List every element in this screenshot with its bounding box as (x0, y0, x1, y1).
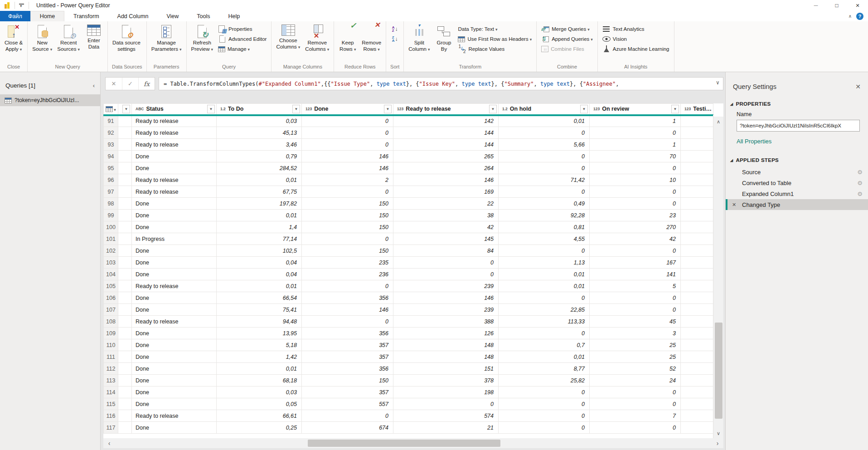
value-cell[interactable]: 0 (302, 233, 393, 245)
value-cell[interactable]: 0,01 (499, 351, 590, 363)
status-cell[interactable]: Done (132, 210, 217, 221)
value-cell[interactable]: 4,55 (499, 233, 590, 245)
value-cell[interactable]: 265 (393, 151, 499, 162)
value-cell[interactable]: 3 (590, 328, 681, 339)
menu-tab-help[interactable]: Help (219, 11, 249, 21)
menu-tab-add-column[interactable]: Add Column (108, 11, 158, 21)
properties-section-header[interactable]: PROPERTIES (726, 95, 868, 109)
value-cell[interactable]: 0,01 (217, 280, 302, 292)
value-cell[interactable]: 357 (302, 386, 393, 398)
vertical-scrollbar[interactable]: ∧ ∨ (713, 117, 723, 438)
value-cell[interactable] (681, 210, 713, 221)
column-header-on-review[interactable]: 123On review (590, 104, 681, 115)
value-cell[interactable]: 7 (590, 410, 681, 422)
value-cell[interactable]: 146 (302, 304, 393, 316)
value-cell[interactable]: 197,82 (217, 198, 302, 210)
value-cell[interactable]: 141 (590, 269, 681, 280)
status-cell[interactable]: Done (132, 162, 217, 174)
text-analytics-button[interactable]: Text Analytics (600, 24, 672, 34)
filter-dropdown-icon[interactable] (122, 105, 130, 113)
value-cell[interactable] (681, 127, 713, 139)
value-cell[interactable]: 0,7 (499, 339, 590, 351)
blank-cell[interactable] (118, 174, 132, 186)
value-cell[interactable]: 52 (590, 363, 681, 375)
close-pane-icon[interactable]: ✕ (855, 83, 861, 90)
value-cell[interactable]: 148 (393, 339, 499, 351)
value-cell[interactable]: 0,01 (499, 280, 590, 292)
blank-cell[interactable] (118, 269, 132, 280)
menu-tab-transform[interactable]: Transform (64, 11, 108, 21)
value-cell[interactable] (681, 328, 713, 339)
value-cell[interactable] (681, 339, 713, 351)
value-cell[interactable]: 1 (590, 139, 681, 151)
close-apply-button[interactable]: Close & Apply (2, 24, 25, 54)
sortza-button[interactable] (388, 34, 401, 44)
applied-step-source[interactable]: Source⚙ (726, 166, 868, 177)
value-cell[interactable]: 1,42 (217, 351, 302, 363)
value-cell[interactable]: 0,25 (217, 422, 302, 434)
value-cell[interactable] (681, 198, 713, 210)
status-cell[interactable]: Done (132, 422, 217, 434)
vertical-scroll-thumb[interactable] (715, 323, 723, 419)
blank-cell[interactable] (118, 292, 132, 304)
manage-button[interactable]: Manage (216, 44, 269, 54)
value-cell[interactable]: 357 (302, 351, 393, 363)
blank-cell[interactable] (118, 316, 132, 328)
value-cell[interactable]: 0 (590, 127, 681, 139)
value-cell[interactable]: 102,5 (217, 245, 302, 257)
column-header-status[interactable]: ABCStatus (132, 104, 217, 115)
status-cell[interactable]: Done (132, 339, 217, 351)
applied-step-changed-type[interactable]: Changed Type (726, 199, 868, 210)
status-cell[interactable]: Ready to release (132, 115, 217, 127)
blank-cell[interactable] (118, 127, 132, 139)
data-type-text-button[interactable]: Data Type: Text (456, 24, 534, 34)
value-cell[interactable]: 0 (302, 316, 393, 328)
value-cell[interactable]: 674 (302, 422, 393, 434)
remove-columns-button[interactable]: Remove Columns (303, 24, 331, 54)
value-cell[interactable]: 378 (393, 375, 499, 386)
expand-formula-icon[interactable]: ∨ (716, 79, 719, 86)
value-cell[interactable]: 71,42 (499, 174, 590, 186)
blank-cell[interactable] (118, 115, 132, 127)
blank-cell[interactable] (118, 386, 132, 398)
value-cell[interactable]: 150 (302, 198, 393, 210)
status-cell[interactable]: Done (132, 351, 217, 363)
value-cell[interactable] (681, 363, 713, 375)
value-cell[interactable]: 169 (393, 186, 499, 198)
value-cell[interactable]: 70 (590, 151, 681, 162)
value-cell[interactable]: 0 (499, 292, 590, 304)
commit-formula-icon[interactable]: ✓ (122, 78, 138, 90)
value-cell[interactable]: 0 (393, 398, 499, 410)
value-cell[interactable] (681, 280, 713, 292)
value-cell[interactable] (681, 292, 713, 304)
horizontal-scrollbar[interactable]: ‹ › (103, 438, 723, 448)
value-cell[interactable]: 235 (302, 257, 393, 269)
append-queries-button[interactable]: Append Queries (539, 34, 595, 44)
value-cell[interactable]: 284,52 (217, 162, 302, 174)
value-cell[interactable] (681, 174, 713, 186)
status-cell[interactable]: Ready to release (132, 174, 217, 186)
value-cell[interactable]: 144 (393, 139, 499, 151)
value-cell[interactable] (681, 151, 713, 162)
value-cell[interactable]: 167 (590, 257, 681, 269)
value-cell[interactable] (681, 304, 713, 316)
value-cell[interactable]: 0 (590, 198, 681, 210)
value-cell[interactable]: 68,18 (217, 375, 302, 386)
applied-step-expanded-column1[interactable]: Expanded Column1⚙ (726, 188, 868, 199)
value-cell[interactable]: 0 (499, 127, 590, 139)
value-cell[interactable]: 0 (302, 139, 393, 151)
blank-cell[interactable] (118, 328, 132, 339)
value-cell[interactable] (681, 269, 713, 280)
value-cell[interactable]: 0 (590, 386, 681, 398)
value-cell[interactable]: 146 (393, 292, 499, 304)
value-cell[interactable]: 356 (302, 328, 393, 339)
value-cell[interactable]: 0,01 (217, 174, 302, 186)
blank-cell[interactable] (118, 280, 132, 292)
blank-cell[interactable] (118, 221, 132, 233)
replace-values-button[interactable]: Replace Values (456, 44, 534, 54)
value-cell[interactable] (681, 410, 713, 422)
value-cell[interactable]: 356 (302, 292, 393, 304)
value-cell[interactable]: 66,61 (217, 410, 302, 422)
value-cell[interactable]: 0 (590, 186, 681, 198)
menu-tab-item[interactable]: Файл (0, 11, 30, 21)
